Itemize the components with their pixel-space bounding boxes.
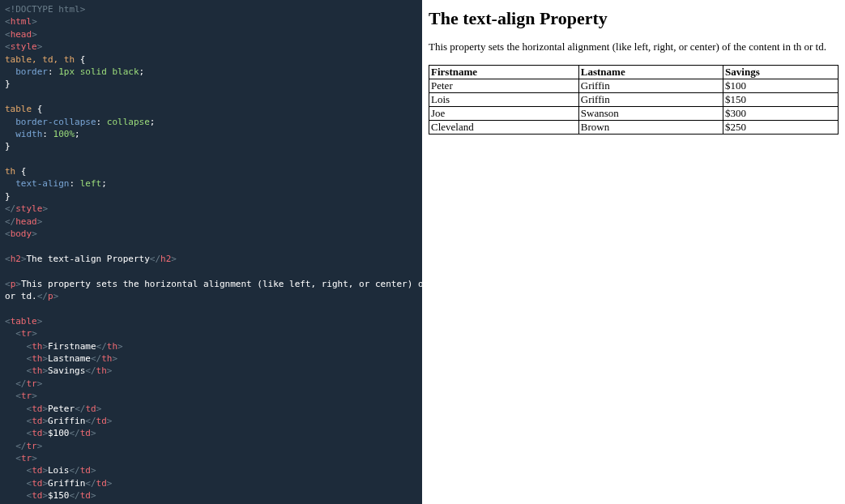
code-text-h2: The text-align Property — [27, 254, 150, 264]
table-header-cell: Lastname — [578, 66, 723, 79]
code-table-body: <tr> <th>Firstname</th> <th>Lastname</th… — [5, 328, 123, 504]
code-css-value: collapse — [107, 117, 150, 127]
table-header-cell: Firstname — [429, 66, 579, 79]
table-row: JoeSwanson$300 — [429, 107, 839, 121]
table-header-cell: Savings — [723, 66, 839, 79]
code-tag-style: style — [11, 41, 37, 52]
code-css-value: 1px solid black — [58, 66, 139, 77]
table-row: ClevelandBrown$250 — [429, 121, 839, 135]
code-doctype-html: html — [53, 4, 80, 15]
code-css-prop: border-collapse — [5, 117, 96, 127]
code-text-p: This property sets the horizontal alignm… — [5, 279, 422, 301]
code-tag-body: body — [11, 229, 32, 239]
table-cell: Griffin — [578, 79, 723, 93]
code-tag-head: head — [11, 29, 32, 40]
code-css-selector: table, td, th — [5, 54, 75, 65]
code-tag-html: html — [11, 16, 32, 27]
table-row: PeterGriffin$100 — [429, 79, 839, 93]
code-css-selector: th — [5, 166, 15, 177]
code-css-value: 100% — [53, 129, 75, 139]
code-css-value: left — [80, 178, 102, 189]
table-header-row: Firstname Lastname Savings — [429, 66, 839, 79]
table-cell: $300 — [723, 107, 839, 121]
code-tag-style-close: style — [15, 203, 42, 214]
code-css-prop: width — [5, 129, 42, 139]
code-editor-pane[interactable]: <!DOCTYPE html> <html> <head> <style> ta… — [0, 0, 422, 504]
table-cell: $150 — [723, 93, 839, 107]
table-cell: Joe — [429, 107, 579, 121]
table-cell: Lois — [429, 93, 579, 107]
code-tag-h2: h2 — [11, 254, 21, 264]
table-cell: $100 — [723, 79, 839, 93]
table-cell: Swanson — [578, 107, 723, 121]
table-cell: $250 — [723, 121, 839, 135]
table-row: LoisGriffin$150 — [429, 93, 839, 107]
rendered-paragraph: This property sets the horizontal alignm… — [429, 41, 839, 53]
rendered-table: Firstname Lastname Savings PeterGriffin$… — [429, 65, 839, 135]
table-cell: Peter — [429, 79, 579, 93]
render-preview-pane: The text-align Property This property se… — [422, 0, 845, 504]
code-css-selector: table — [5, 104, 32, 114]
code-tag-table: table — [11, 316, 37, 327]
code-css-prop: text-align — [5, 178, 69, 189]
table-cell: Cleveland — [429, 121, 579, 135]
code-tag-head-close: head — [15, 216, 37, 227]
table-cell: Brown — [578, 121, 723, 135]
rendered-heading: The text-align Property — [429, 8, 839, 29]
code-doctype-close: > — [80, 4, 86, 15]
code-doctype-open: <! — [5, 4, 15, 15]
table-cell: Griffin — [578, 93, 723, 107]
code-doctype-word: DOCTYPE — [15, 4, 53, 15]
code-css-prop: border — [5, 66, 48, 77]
